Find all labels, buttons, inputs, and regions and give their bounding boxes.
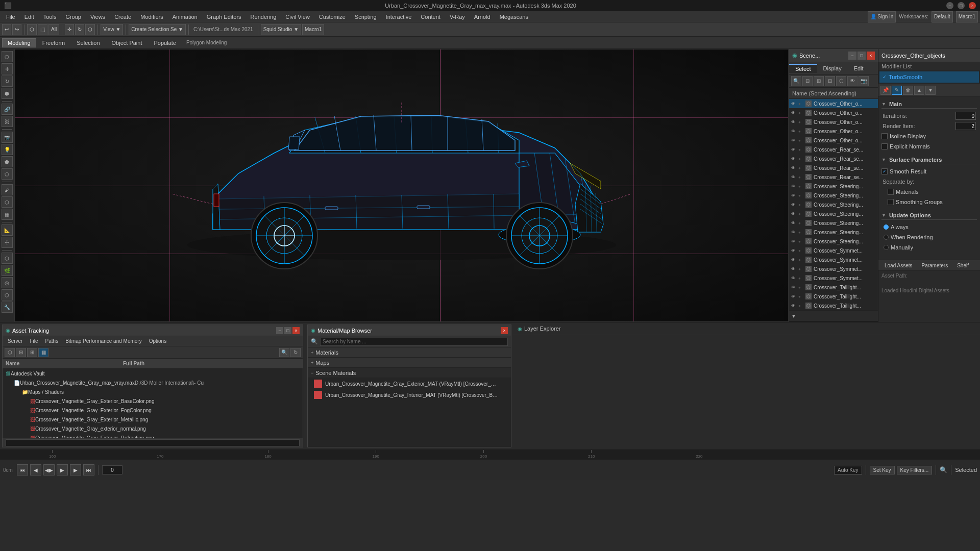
menu-views[interactable]: Views [86, 13, 109, 21]
lt-display-btn[interactable]: ⬡ [2, 289, 13, 300]
menu-arnold[interactable]: Arnold [470, 13, 495, 21]
tl-prev-frame[interactable]: ◀ [30, 464, 41, 475]
at-tb-2[interactable]: ⊟ [16, 348, 26, 357]
lt-scale-btn[interactable]: ⬢ [2, 88, 13, 99]
scene-tb-search[interactable]: 🔍 [791, 76, 801, 86]
scene-item-2[interactable]: 👁 ● ⬡ Crossover_Other_o... [789, 117, 878, 127]
lt-rotate-btn[interactable]: ↻ [2, 76, 13, 87]
mod-delete-btn[interactable]: 🗑 [903, 86, 913, 95]
at-item-5[interactable]: 🖼 Crossover_Magnetite_Gray_Exterior_Meta… [3, 415, 303, 424]
lt-shape-btn[interactable]: ⬠ [2, 168, 13, 180]
scene-item-14[interactable]: 👁 ● ⬡ Crossover_Steering... [789, 228, 878, 237]
tab-object-paint[interactable]: Object Paint [106, 38, 148, 47]
lt-unlink-btn[interactable]: ⛓ [2, 116, 13, 127]
menu-rendering[interactable]: Rendering [247, 13, 281, 21]
scale-button[interactable]: ⬡ [85, 24, 95, 35]
mb-close-btn[interactable]: × [501, 327, 508, 334]
scene-item-11[interactable]: 👁 ● ⬡ Crossover_Steering... [789, 200, 878, 209]
modifier-item-turbosmooth[interactable]: ✓ TurboSmooth [879, 71, 979, 83]
tab-populate[interactable]: Populate [148, 38, 181, 47]
lt-camera-btn[interactable]: 📷 [2, 132, 13, 143]
materials-check[interactable] [888, 189, 894, 195]
at-item-3[interactable]: 🖼 Crossover_Magnetite_Gray_Exterior_Base… [3, 396, 303, 406]
at-menu-file[interactable]: File [27, 338, 41, 344]
scene-item-22[interactable]: 👁 ● ⬡ Crossover_Taillight... [789, 301, 878, 310]
menu-civil-view[interactable]: Civil View [281, 13, 313, 21]
tab-display[interactable]: Display [817, 64, 848, 72]
mb-scene-materials-header[interactable]: − Scene Materials [308, 368, 511, 378]
at-item-2[interactable]: 📁 Maps / Shaders [3, 387, 303, 396]
signin-button[interactable]: 👤 Sign In [868, 11, 896, 22]
scene-item-19[interactable]: 👁 ● ⬡ Crossover_Symmet... [789, 273, 878, 283]
tl-key-filters-btn[interactable]: Key Filters... [897, 466, 933, 474]
when-rendering-radio[interactable] [884, 235, 889, 240]
scene-tb-filter[interactable]: ⊟ [802, 76, 813, 86]
scene-item-1[interactable]: 👁 ● ⬡ Crossover_Other_o... [789, 108, 878, 117]
at-search-btn[interactable]: 🔍 [279, 348, 289, 357]
manually-radio[interactable] [884, 245, 889, 250]
menu-modifiers[interactable]: Modifiers [136, 13, 167, 21]
lt-geometry-btn[interactable]: ⬟ [2, 156, 13, 167]
tab-modeling[interactable]: Modeling [2, 38, 36, 47]
at-status-input[interactable] [6, 439, 300, 446]
at-restore-btn[interactable]: □ [284, 327, 291, 334]
scene-item-0[interactable]: 👁 ● ⬡ Crossover_Other_o... [789, 99, 878, 108]
mod-pin-btn[interactable]: 📌 [880, 86, 891, 95]
scene-minimize-btn[interactable]: − [848, 52, 856, 60]
car-area[interactable] [15, 49, 788, 321]
scene-item-5[interactable]: 👁 ● ⬡ Crossover_Rear_se... [789, 145, 878, 154]
at-menu-bitmap[interactable]: Bitmap Performance and Memory [62, 338, 145, 344]
menu-customize[interactable]: Customize [315, 13, 350, 21]
at-item-4[interactable]: 🖼 Crossover_Magnetite_Gray_Exterior_FogC… [3, 406, 303, 415]
menu-interactive[interactable]: Interactive [382, 13, 416, 21]
tl-go-start[interactable]: ⏮ [17, 464, 28, 475]
iterations-input[interactable] [955, 112, 976, 120]
at-tb-3[interactable]: ⊞ [27, 348, 37, 357]
lt-array-btn[interactable]: ▦ [2, 209, 13, 220]
lt-modify-btn[interactable]: ⬡ [2, 253, 13, 264]
scene-item-7[interactable]: 👁 ● ⬡ Crossover_Rear_se... [789, 163, 878, 172]
lt-light-btn[interactable]: 💡 [2, 144, 13, 155]
mod-move-down-btn[interactable]: ▼ [925, 86, 936, 95]
smoothing-groups-check[interactable] [888, 199, 894, 205]
mb-search-input[interactable] [320, 338, 508, 346]
lt-mirror-btn[interactable]: ⬡ [2, 196, 13, 208]
scene-item-8[interactable]: 👁 ● ⬡ Crossover_Rear_se... [789, 172, 878, 182]
move-button[interactable]: ✛ [65, 24, 74, 35]
tab-selection[interactable]: Selection [71, 38, 105, 47]
scene-item-15[interactable]: 👁 ● ⬡ Crossover_Steering... [789, 237, 878, 246]
menu-tools[interactable]: Tools [39, 13, 61, 21]
render-iters-input[interactable] [955, 122, 976, 130]
at-menu-options[interactable]: Options [146, 338, 169, 344]
macro1-button[interactable]: Macro1 [302, 24, 324, 35]
scene-item-6[interactable]: 👁 ● ⬡ Crossover_Rear_se... [789, 154, 878, 163]
smooth-result-check[interactable]: ✓ [881, 168, 888, 174]
tl-next-frame[interactable]: ▶ [70, 464, 81, 475]
scene-item-17[interactable]: 👁 ● ⬡ Crossover_Symmet... [789, 255, 878, 264]
at-item-0[interactable]: 🏛 Autodesk Vault [3, 369, 303, 378]
scene-item-21[interactable]: 👁 ● ⬡ Crossover_Taillight... [789, 292, 878, 301]
redo-button[interactable]: ↪ [12, 24, 21, 35]
mod-edit-btn[interactable]: ✎ [892, 86, 902, 95]
at-item-6[interactable]: 🖼 Crossover_Magnetite_Gray_exterior_norm… [3, 424, 303, 433]
scene-item-9[interactable]: 👁 ● ⬡ Crossover_Steering... [789, 182, 878, 191]
at-item-7[interactable]: 🖼 Crossover_Magnetite_Gray_Exterior_Refr… [3, 433, 303, 438]
scene-tb-select-all[interactable]: ⬡ [836, 76, 846, 86]
mod-move-up-btn[interactable]: ▲ [914, 86, 924, 95]
tab-freeform[interactable]: Freeform [37, 38, 71, 47]
scene-tb-render[interactable]: 📷 [859, 76, 869, 86]
lt-helpers-btn[interactable]: ☩ [2, 237, 13, 248]
tab-edit[interactable]: Edit [848, 64, 870, 72]
tl-play-back[interactable]: ◀▶ [43, 464, 55, 475]
mb-item-1[interactable]: Urban_Crossover_Magnetite_Gray_Exterior_… [308, 378, 511, 389]
tl-autokey-btn[interactable]: Auto Key [834, 466, 862, 474]
scene-tb-expand[interactable]: ⊞ [814, 76, 824, 86]
select-by-name[interactable]: ⬚ [38, 24, 47, 35]
asset-tab-load[interactable]: Load Assets [880, 262, 916, 269]
tl-set-key-btn[interactable]: Set Key [870, 466, 895, 474]
menu-megascans[interactable]: Megascans [496, 13, 532, 21]
scene-search-input[interactable] [798, 313, 876, 319]
lt-hierarchy-btn[interactable]: 🌿 [2, 265, 13, 276]
asset-tab-params[interactable]: Parameters [917, 262, 952, 269]
at-tb-1[interactable]: ⬡ [5, 348, 15, 357]
